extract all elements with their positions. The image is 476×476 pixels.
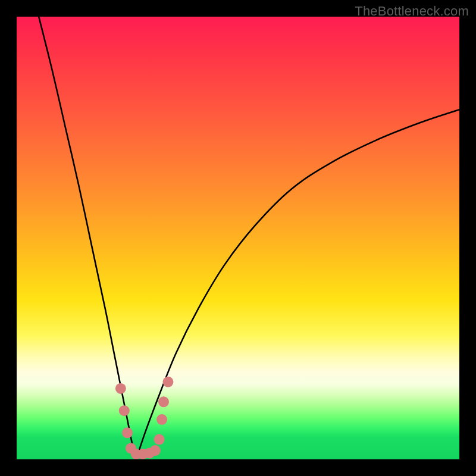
marker-dot: [119, 405, 130, 416]
marker-dot: [122, 427, 133, 438]
chart-frame: TheBottleneck.com: [0, 0, 476, 476]
plot-area: [17, 17, 459, 459]
line-right-branch: [136, 109, 459, 459]
marker-cluster: [115, 377, 174, 459]
marker-dot: [115, 383, 126, 394]
watermark-text: TheBottleneck.com: [355, 4, 469, 19]
marker-dot: [154, 434, 165, 445]
marker-dot: [162, 377, 173, 387]
marker-dot: [156, 414, 167, 425]
marker-dot: [158, 396, 169, 407]
marker-dot: [150, 445, 161, 456]
curves-svg: [17, 17, 459, 459]
